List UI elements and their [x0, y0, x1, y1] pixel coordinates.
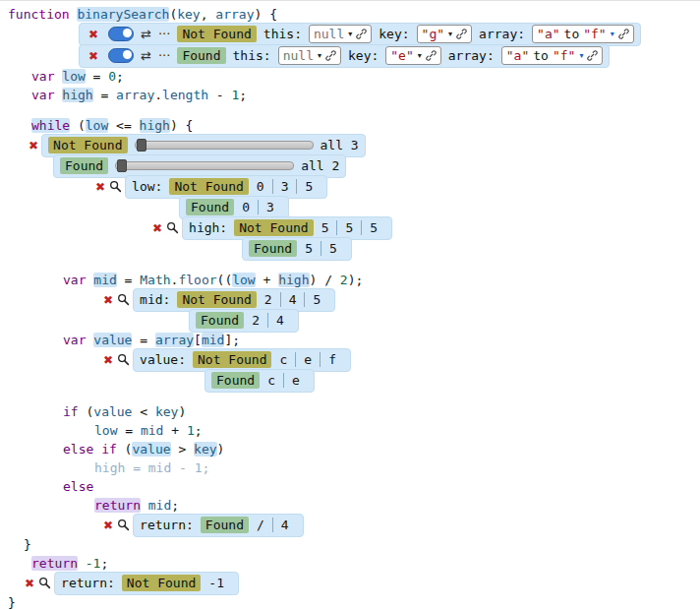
more-options-icon[interactable]: ··· — [158, 49, 170, 62]
link-icon[interactable] — [356, 29, 367, 39]
probe-value-cell[interactable]: 4 — [280, 292, 305, 307]
this-value: null — [314, 27, 344, 41]
code-token: <= — [108, 118, 139, 133]
probe-value-cell[interactable]: 2 — [251, 313, 267, 328]
probe-value-cell[interactable]: 5 — [361, 220, 385, 235]
magnifier-icon[interactable] — [117, 293, 130, 306]
swap-arrows-icon[interactable]: ⇄ — [141, 28, 151, 40]
probe-value-cell[interactable]: / — [256, 518, 272, 532]
magnifier-icon[interactable] — [38, 577, 51, 589]
probe-value-cell[interactable]: 4 — [267, 313, 292, 328]
status-badge-not-found[interactable]: Not Found — [48, 137, 127, 153]
this-value-dropdown[interactable]: null ▾ — [278, 46, 341, 65]
remove-probe-icon[interactable]: ✖ — [26, 139, 41, 152]
this-value-dropdown[interactable]: null ▾ — [309, 25, 372, 43]
array-to-value: "f" — [553, 48, 575, 63]
probe-value-cell[interactable]: e — [283, 373, 308, 388]
probe-values: cef — [278, 352, 343, 367]
remove-example-icon[interactable]: ✖ — [86, 28, 101, 41]
probe-label: return: — [140, 518, 194, 532]
status-badge-not-found[interactable]: Not Found — [177, 26, 256, 42]
toggle-switch[interactable] — [108, 48, 134, 63]
probe-value-cell[interactable]: 5 — [296, 179, 321, 194]
array-value-dropdown[interactable]: "a" to "f" ▾ — [501, 46, 604, 65]
probe-value-cell[interactable]: c — [266, 373, 283, 388]
probe-value-cell[interactable]: -1 — [207, 576, 232, 590]
probe-value-cell[interactable]: 2 — [263, 292, 280, 307]
iteration-slider[interactable] — [135, 141, 314, 150]
remove-probe-icon[interactable]: ✖ — [100, 353, 116, 367]
array-value-dropdown[interactable]: "a" to "f" ▾ — [532, 25, 634, 43]
probe-value-cell[interactable]: 5 — [336, 220, 361, 235]
magnifier-icon[interactable] — [166, 221, 179, 234]
iteration-slider-row-found: Found all 2 — [53, 155, 698, 176]
status-badge-found[interactable]: Found — [60, 157, 108, 174]
status-badge-found[interactable]: Found — [249, 240, 297, 257]
probe-value-cell[interactable]: 5 — [321, 220, 337, 235]
iteration-slider[interactable] — [115, 161, 294, 170]
code-token: low — [62, 69, 85, 84]
remove-probe-icon[interactable]: ✖ — [92, 180, 108, 194]
status-badge-found[interactable]: Found — [186, 199, 234, 215]
swap-arrows-icon[interactable]: ⇄ — [141, 49, 151, 62]
probe-value-cell[interactable]: 5 — [304, 241, 321, 256]
remove-probe-icon[interactable]: ✖ — [22, 577, 37, 590]
probe-value-cell[interactable]: 0 — [256, 179, 272, 194]
key-value-dropdown[interactable]: "g" ▾ — [417, 25, 473, 43]
code-token: high = mid - 1; — [94, 460, 209, 475]
probe-value-cell[interactable]: 3 — [272, 179, 297, 194]
slider-handle[interactable] — [117, 159, 127, 172]
code-token: ) / — [310, 273, 340, 287]
code-line-low-assign: low = mid + 1; — [6, 421, 698, 440]
link-icon[interactable] — [325, 50, 336, 61]
code-token: 0 — [108, 69, 116, 84]
remove-probe-icon[interactable]: ✖ — [149, 221, 165, 235]
link-icon[interactable] — [618, 29, 629, 39]
magnifier-icon[interactable] — [117, 353, 130, 366]
link-icon[interactable] — [426, 50, 437, 61]
status-badge-found[interactable]: Found — [177, 47, 225, 64]
code-token: high — [140, 118, 170, 133]
probe-row-high-found: Found 55 — [242, 238, 698, 259]
more-options-icon[interactable]: ··· — [158, 28, 170, 40]
link-icon[interactable] — [587, 50, 598, 61]
probe-value-cell[interactable]: 5 — [304, 292, 328, 307]
probe-value-cell[interactable]: 3 — [258, 200, 282, 214]
probe-value-cell[interactable]: 0 — [241, 200, 258, 214]
probe-values: 24 — [251, 313, 292, 328]
code-token: var — [63, 273, 86, 287]
code-token: mid — [202, 333, 224, 347]
probe-value-cell[interactable]: 4 — [272, 518, 297, 532]
probe-value-cell[interactable]: e — [295, 352, 320, 367]
status-badge-not-found[interactable]: Not Found — [169, 178, 248, 195]
probe-value-cell[interactable]: f — [320, 352, 344, 367]
toggle-switch[interactable] — [108, 27, 134, 41]
link-icon[interactable] — [456, 29, 467, 39]
status-badge-not-found[interactable]: Not Found — [193, 351, 271, 368]
probe-value-cell[interactable]: c — [278, 352, 295, 367]
probe-value-cell[interactable]: 5 — [321, 241, 345, 256]
code-token: binarySearch — [77, 7, 169, 22]
status-badge-found[interactable]: Found — [196, 312, 244, 329]
code-token: , — [201, 7, 216, 22]
magnifier-icon[interactable] — [117, 518, 130, 531]
remove-example-icon[interactable]: ✖ — [86, 49, 101, 63]
slider-box: Found all 2 — [53, 154, 346, 178]
status-badge-not-found[interactable]: Not Found — [122, 575, 201, 591]
slider-handle[interactable] — [137, 139, 146, 152]
array-range-word: to — [533, 48, 549, 63]
status-badge-found[interactable]: Found — [211, 372, 260, 389]
magnifier-icon[interactable] — [109, 180, 122, 193]
code-token: mid — [93, 273, 116, 287]
remove-probe-icon[interactable]: ✖ — [100, 518, 116, 532]
code-token: mid — [141, 423, 163, 438]
probe-box: return: Found /4 — [133, 514, 304, 537]
status-badge-found[interactable]: Found — [201, 517, 249, 533]
code-token: return — [31, 556, 78, 571]
probe-box: value: Not Found cef — [133, 348, 351, 372]
code-token: -1 — [86, 556, 101, 571]
status-badge-not-found[interactable]: Not Found — [234, 219, 313, 236]
status-badge-not-found[interactable]: Not Found — [177, 291, 256, 308]
remove-probe-icon[interactable]: ✖ — [100, 293, 116, 307]
key-value-dropdown[interactable]: "e" ▾ — [385, 46, 441, 65]
